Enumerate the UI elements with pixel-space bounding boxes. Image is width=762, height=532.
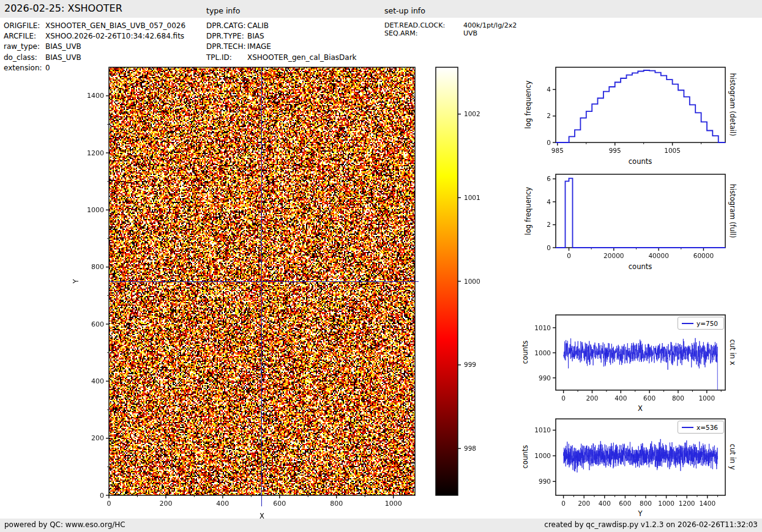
- type-info-row-key: DPR.TYPE:: [206, 31, 247, 42]
- type-info-row: DPR.TECH:IMAGE: [206, 42, 357, 52]
- file-info-row-value: 0: [45, 64, 50, 72]
- cutx-xlabel: X: [638, 404, 643, 413]
- cutx-legend: y=750: [678, 317, 724, 330]
- cutx-right-label: cut in x: [728, 339, 737, 366]
- file-info-row: do_class:BIAS_UVB: [4, 53, 185, 63]
- setup-info-row-value: UVB: [463, 29, 477, 37]
- setup-info-list: DET.READ.CLOCK:400k/1pt/lg/2x2SEQ.ARM:UV…: [384, 21, 517, 37]
- cuty-legend: x=536: [678, 421, 724, 434]
- y-tick-label: 4: [547, 198, 551, 205]
- histogram-series: [556, 70, 725, 142]
- x-tick-label: 1000: [385, 500, 402, 508]
- type-info-row-value: BIAS: [247, 32, 264, 40]
- y-tick-label: 1000: [87, 206, 104, 214]
- x-tick-label: 995: [609, 147, 621, 154]
- footer-powered-by: powered by QC: www.eso.org/HC: [4, 520, 125, 529]
- y-tick-label: 1010: [534, 324, 551, 331]
- file-info-row-key: ARCFILE:: [4, 31, 45, 42]
- y-tick-label: 1010: [534, 426, 551, 434]
- x-tick-label: 800: [640, 500, 652, 507]
- crosshair-vertical-line: [261, 67, 262, 506]
- x-tick-label: 400: [599, 500, 611, 507]
- x-tick-label: 800: [330, 500, 343, 508]
- type-info-row-value: IMAGE: [247, 42, 271, 51]
- file-info-row-value: BIAS_UVB: [45, 42, 81, 51]
- footer-created-by: created by qc_rawdisp.py v1.2.3 on 2026-…: [544, 520, 758, 529]
- file-info-row: ARCFILE:XSHOO.2026-02-26T10:34:42.684.fi…: [4, 31, 185, 42]
- qc-report-page: 2026-02-25: XSHOOTER type info set-up in…: [0, 0, 762, 532]
- type-info-row: TPL.ID:XSHOOTER_gen_cal_BiasDark: [206, 53, 357, 63]
- y-tick-label: 800: [91, 263, 104, 271]
- type-info-row-value: CALIB: [247, 21, 269, 30]
- hist-detail-ylabel: log frequency: [524, 81, 532, 129]
- colorbar-tick-label: 1001: [464, 194, 480, 201]
- setup-info-row-key: DET.READ.CLOCK:: [384, 21, 463, 29]
- y-tick-label: 990: [539, 374, 551, 382]
- x-tick-label: 1000: [658, 500, 674, 507]
- x-tick-label: 400: [614, 394, 627, 402]
- hist-detail-right-label: histogram (detail): [728, 73, 737, 136]
- file-info-row-value: XSHOO.2026-02-26T10:34:42.684.fits: [45, 32, 184, 40]
- cutx-ylabel: counts: [521, 341, 529, 364]
- y-tick-label: 0: [547, 244, 551, 251]
- file-info-row-key: do_class:: [4, 53, 45, 63]
- y-tick-label: 1000: [534, 452, 551, 459]
- colorbar-tick-label: 1002: [464, 110, 480, 117]
- x-tick-label: 40000: [648, 252, 668, 259]
- file-info-row-value: XSHOOTER_GEN_BIAS_UVB_057_0026: [45, 21, 185, 30]
- file-info-row-value: BIAS_UVB: [45, 53, 81, 62]
- x-tick-label: 0: [567, 252, 571, 259]
- x-tick-label: 800: [672, 394, 684, 402]
- setup-info-row-value: 400k/1pt/lg/2x2: [463, 21, 517, 29]
- x-tick-label: 600: [273, 500, 286, 508]
- file-info-row-key: raw_type:: [4, 42, 45, 52]
- type-info-row-key: TPL.ID:: [206, 53, 247, 63]
- hist-full-xlabel: counts: [629, 262, 652, 271]
- cuty-right-label: cut in y: [728, 444, 737, 470]
- colorbar: [436, 67, 458, 495]
- colorbar-tick-label: 998: [464, 445, 476, 452]
- cut-line-series: [564, 439, 718, 473]
- setup-info-row-key: SEQ.ARM:: [384, 29, 463, 37]
- file-info-row-key: ORIGFILE:: [4, 21, 45, 31]
- colorbar-tick-label: 999: [464, 361, 476, 368]
- x-tick-label: 20000: [603, 252, 624, 259]
- type-info-heading: type info: [206, 6, 240, 15]
- x-tick-label: 200: [586, 394, 598, 402]
- y-tick-label: 1200: [87, 149, 104, 157]
- x-tick-label: 600: [619, 500, 631, 507]
- file-info-row-key: extension:: [4, 63, 45, 73]
- plot-frame: [556, 67, 725, 142]
- x-tick-label: 0: [561, 500, 566, 507]
- y-tick-label: 1400: [87, 92, 104, 100]
- cutx-legend-line-sample: [682, 323, 693, 324]
- hist-full-ylabel: log frequency: [524, 187, 532, 235]
- cuty-legend-line-sample: [682, 427, 693, 428]
- type-info-row: DPR.CATG:CALIB: [206, 21, 357, 31]
- y-tick-label: 2: [547, 112, 551, 119]
- y-tick-label: 4: [547, 86, 551, 93]
- image-yaxis-label: Y: [72, 279, 80, 283]
- x-tick-label: 60000: [693, 252, 714, 259]
- type-info-row-key: DPR.CATG:: [206, 21, 247, 31]
- file-info-list: ORIGFILE:XSHOOTER_GEN_BIAS_UVB_057_0026A…: [4, 21, 185, 73]
- type-info-list: DPR.CATG:CALIBDPR.TYPE:BIASDPR.TECH:IMAG…: [206, 21, 357, 63]
- x-tick-label: 200: [578, 500, 590, 507]
- cuty-xlabel: Y: [638, 509, 642, 518]
- y-tick-label: 0: [547, 139, 551, 146]
- colorbar-tick-label: 1000: [464, 278, 480, 285]
- y-tick-label: 6: [547, 175, 551, 182]
- x-tick-label: 400: [216, 500, 229, 508]
- y-tick-label: 2: [547, 221, 551, 228]
- x-tick-label: 0: [561, 394, 566, 402]
- x-tick-label: 200: [159, 500, 172, 508]
- hist-full-right-label: histogram (full): [728, 184, 737, 238]
- cuty-legend-label: x=536: [697, 424, 718, 431]
- x-tick-label: 0: [107, 500, 111, 508]
- y-tick-label: 1000: [534, 349, 551, 357]
- y-tick-label: 0: [100, 492, 104, 500]
- crosshair-horizontal-line: [109, 281, 419, 282]
- plot-frame: [556, 174, 725, 248]
- setup-info-row: SEQ.ARM:UVB: [384, 29, 517, 37]
- type-info-row: DPR.TYPE:BIAS: [206, 31, 357, 42]
